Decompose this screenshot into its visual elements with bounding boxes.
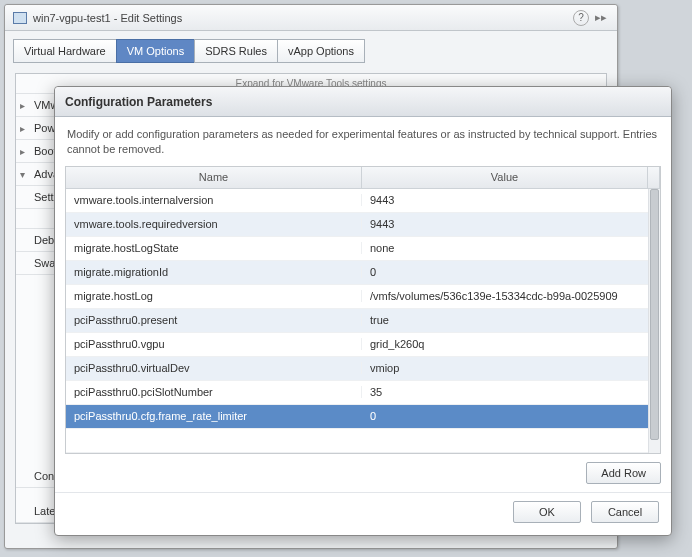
table-row[interactable]: vmware.tools.requiredversion9443 (66, 213, 648, 237)
tab-sdrs-rules[interactable]: SDRS Rules (194, 39, 278, 63)
tab-vapp-options[interactable]: vApp Options (277, 39, 365, 63)
vm-icon (13, 12, 27, 24)
tab-virtual-hardware[interactable]: Virtual Hardware (13, 39, 117, 63)
scrollbar[interactable] (648, 189, 660, 453)
chevron-down-icon: ▾ (16, 169, 28, 180)
table-row[interactable]: pciPassthru0.pciSlotNumber35 (66, 381, 648, 405)
grid-rows: vmware.tools.internalversion9443vmware.t… (66, 189, 648, 453)
table-row[interactable]: vmware.tools.internalversion9443 (66, 189, 648, 213)
add-row-button[interactable]: Add Row (586, 462, 661, 484)
table-row[interactable]: pciPassthru0.presenttrue (66, 309, 648, 333)
table-row[interactable]: pciPassthru0.cfg.frame_rate_limiter0 (66, 405, 648, 429)
param-name[interactable]: pciPassthru0.pciSlotNumber (66, 386, 362, 398)
param-name[interactable]: migrate.hostLogState (66, 242, 362, 254)
configuration-parameters-dialog: Configuration Parameters Modify or add c… (54, 86, 672, 536)
param-value[interactable]: 9443 (362, 194, 648, 206)
param-value[interactable]: none (362, 242, 648, 254)
window-title: win7-vgpu-test1 - Edit Settings (33, 12, 573, 24)
param-name[interactable]: vmware.tools.requiredversion (66, 218, 362, 230)
tab-vm-options[interactable]: VM Options (116, 39, 195, 63)
param-value[interactable]: /vmfs/volumes/536c139e-15334cdc-b99a-002… (362, 290, 648, 302)
parameters-grid: Name Value vmware.tools.internalversion9… (65, 166, 661, 454)
param-name[interactable]: migrate.hostLog (66, 290, 362, 302)
table-row[interactable]: pciPassthru0.vgpugrid_k260q (66, 333, 648, 357)
param-name[interactable]: vmware.tools.internalversion (66, 194, 362, 206)
param-name[interactable]: pciPassthru0.virtualDev (66, 362, 362, 374)
param-value[interactable]: true (362, 314, 648, 326)
param-value[interactable]: 0 (362, 410, 648, 422)
table-row[interactable]: migrate.hostLog/vmfs/volumes/536c139e-15… (66, 285, 648, 309)
dialog-title: Configuration Parameters (55, 87, 671, 117)
param-value[interactable]: grid_k260q (362, 338, 648, 350)
titlebar: win7-vgpu-test1 - Edit Settings ? ▸▸ (5, 5, 617, 31)
param-name[interactable]: pciPassthru0.present (66, 314, 362, 326)
scroll-header (648, 167, 660, 188)
tabs: Virtual Hardware VM Options SDRS Rules v… (5, 31, 617, 63)
param-value[interactable]: 9443 (362, 218, 648, 230)
param-value[interactable]: 0 (362, 266, 648, 278)
cancel-button[interactable]: Cancel (591, 501, 659, 523)
chevron-right-icon: ▸ (16, 123, 28, 134)
param-name[interactable]: pciPassthru0.cfg.frame_rate_limiter (66, 410, 362, 422)
param-value[interactable]: 35 (362, 386, 648, 398)
chevron-right-icon: ▸ (16, 146, 28, 157)
dialog-description: Modify or add configuration parameters a… (55, 117, 671, 166)
table-row[interactable]: pciPassthru0.virtualDevvmiop (66, 357, 648, 381)
expand-arrows-icon[interactable]: ▸▸ (595, 11, 609, 25)
grid-header: Name Value (66, 167, 660, 189)
column-header-name[interactable]: Name (66, 167, 362, 188)
help-icon[interactable]: ? (573, 10, 589, 26)
param-value[interactable]: vmiop (362, 362, 648, 374)
param-name[interactable]: migrate.migrationId (66, 266, 362, 278)
column-header-value[interactable]: Value (362, 167, 648, 188)
chevron-right-icon: ▸ (16, 100, 28, 111)
table-row-empty[interactable] (66, 429, 648, 453)
ok-button[interactable]: OK (513, 501, 581, 523)
param-name[interactable]: pciPassthru0.vgpu (66, 338, 362, 350)
table-row[interactable]: migrate.migrationId0 (66, 261, 648, 285)
scroll-thumb[interactable] (650, 189, 659, 440)
table-row[interactable]: migrate.hostLogStatenone (66, 237, 648, 261)
